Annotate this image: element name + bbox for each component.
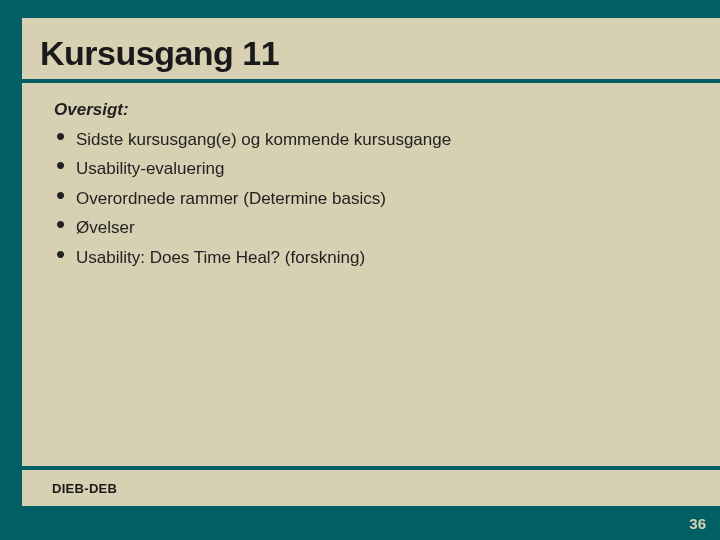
subheading: Oversigt:	[54, 97, 692, 123]
content-area: Oversigt: Sidste kursusgang(e) og kommen…	[22, 83, 720, 270]
list-item: Usability-evaluering	[54, 156, 692, 182]
content-panel: Kursusgang 11 Oversigt: Sidste kursusgan…	[22, 18, 720, 506]
list-item: Usability: Does Time Heal? (forskning)	[54, 245, 692, 271]
page-number: 36	[689, 515, 706, 532]
footer-label: DIEB-DEB	[52, 481, 117, 496]
list-item: Overordnede rammer (Determine basics)	[54, 186, 692, 212]
slide: Kursusgang 11 Oversigt: Sidste kursusgan…	[0, 0, 720, 540]
bullet-list: Sidste kursusgang(e) og kommende kursusg…	[54, 127, 692, 271]
list-item: Sidste kursusgang(e) og kommende kursusg…	[54, 127, 692, 153]
list-item: Øvelser	[54, 215, 692, 241]
slide-title: Kursusgang 11	[22, 18, 720, 77]
bottom-divider	[22, 466, 720, 470]
